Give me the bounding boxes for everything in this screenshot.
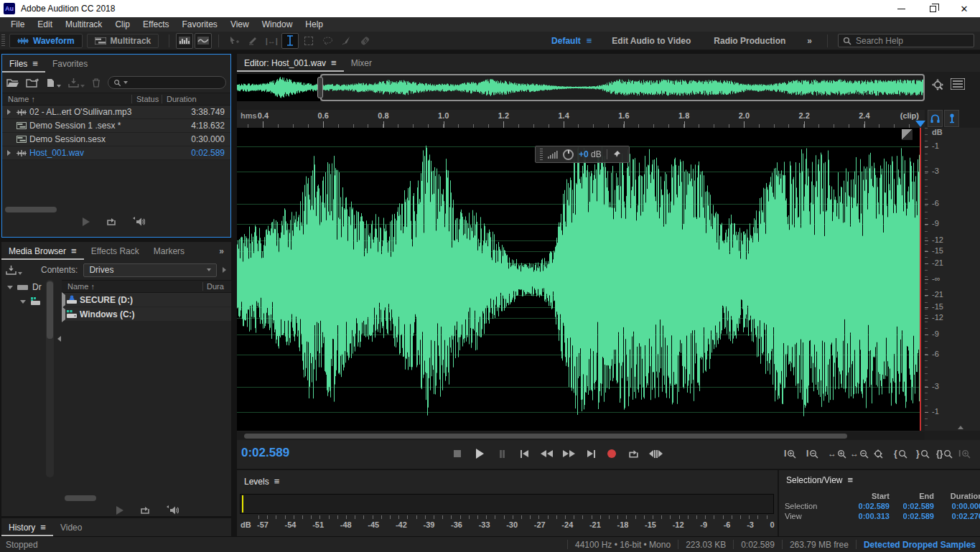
panel-menu-icon[interactable]: ≡ xyxy=(848,474,854,485)
move-tool-button[interactable] xyxy=(225,33,243,49)
selection-end-value[interactable]: 0:02.589 xyxy=(891,502,935,510)
file-row[interactable]: 02 - AL..ert O'Sullivan.mp33:38.749 xyxy=(2,106,230,119)
expand-chevron-icon[interactable] xyxy=(2,150,15,156)
files-horizontal-scrollbar[interactable] xyxy=(5,207,57,212)
tab-favorites[interactable]: Favorites xyxy=(45,59,95,72)
rewind-button[interactable] xyxy=(538,446,555,461)
volume-hud[interactable]: +0 dB xyxy=(535,146,630,163)
file-row[interactable]: Demo Session.sesx0:30.000 xyxy=(2,133,230,146)
zoom-out-horizontal-button[interactable]: ↔ xyxy=(850,446,869,462)
menu-effects[interactable]: Effects xyxy=(136,17,175,32)
workspace-edit-audio-to-video[interactable]: Edit Audio to Video xyxy=(602,36,701,46)
preview-play-icon[interactable] xyxy=(83,217,90,226)
tab-overflow-icon[interactable]: » xyxy=(212,246,231,260)
status-alert[interactable]: Detected Dropped Samples xyxy=(864,540,976,550)
razor-tool-button[interactable] xyxy=(244,33,261,49)
hud-drag-handle[interactable] xyxy=(540,149,543,160)
close-button[interactable]: ✕ xyxy=(948,0,980,17)
scroll-up-arrow-icon[interactable] xyxy=(958,426,963,429)
menu-view[interactable]: View xyxy=(224,17,256,32)
selection-start-value[interactable]: 0:02.589 xyxy=(836,502,891,510)
zoom-to-out-point-button[interactable]: } xyxy=(916,446,930,462)
waveform-display[interactable] xyxy=(237,128,921,431)
stop-button[interactable] xyxy=(449,446,466,461)
pin-marker-button[interactable] xyxy=(944,110,959,127)
panel-menu-icon[interactable]: ≡ xyxy=(331,57,337,68)
restore-button[interactable] xyxy=(917,0,948,17)
collapse-chevron-icon[interactable] xyxy=(20,300,26,304)
marquee-selection-tool-button[interactable] xyxy=(300,33,317,49)
contents-dropdown[interactable]: Drives xyxy=(83,263,217,277)
waveform-view-button[interactable]: Waveform xyxy=(9,34,83,48)
tab-history[interactable]: History≡ xyxy=(1,522,53,536)
overview-view-range-box[interactable] xyxy=(320,74,925,101)
overview-range-handle[interactable] xyxy=(317,77,323,98)
panel-menu-icon[interactable]: ≡ xyxy=(32,58,38,69)
panel-arrow-icon[interactable] xyxy=(223,267,226,273)
tab-levels[interactable]: Levels≡ xyxy=(237,476,286,490)
zoom-full-button[interactable]: I xyxy=(958,446,971,462)
column-name[interactable]: Name ↑ xyxy=(62,282,95,291)
tab-video[interactable]: Video xyxy=(53,523,89,536)
loop-playback-icon[interactable] xyxy=(106,217,117,227)
skip-to-start-button[interactable] xyxy=(515,446,533,461)
zoom-to-in-point-button[interactable]: { xyxy=(894,446,907,462)
column-status[interactable]: Status xyxy=(131,95,162,103)
file-row[interactable]: Demo Session 1 .sesx *4:18.632 xyxy=(2,119,230,133)
view-end-value[interactable]: 0:02.589 xyxy=(891,512,935,520)
menu-window[interactable]: Window xyxy=(256,17,299,32)
tab-editor-host-001-wav[interactable]: Editor: Host_001.wav≡ xyxy=(237,57,344,72)
time-display[interactable]: 0:02.589 xyxy=(241,446,289,460)
slip-tool-button[interactable]: |↔| xyxy=(263,33,280,49)
corner-grabber-icon[interactable] xyxy=(902,129,913,140)
import-button[interactable] xyxy=(6,266,22,275)
zoom-out-vertical-button[interactable]: I xyxy=(806,446,818,462)
tree-scrollbar-thumb[interactable] xyxy=(47,281,53,339)
zoom-reset-button[interactable] xyxy=(872,446,884,462)
loop-playback-icon[interactable] xyxy=(139,505,151,515)
paintbrush-tool-button[interactable] xyxy=(337,33,355,49)
multitrack-view-button[interactable]: Multitrack xyxy=(87,34,159,48)
menu-help[interactable]: Help xyxy=(299,17,330,32)
tab-files[interactable]: Files≡ xyxy=(2,58,45,72)
expand-chevron-icon[interactable] xyxy=(2,109,15,115)
toolbar-grip[interactable] xyxy=(1,34,5,47)
tab-effects-rack[interactable]: Effects Rack xyxy=(84,246,146,260)
gain-knob[interactable] xyxy=(563,149,574,160)
skip-selection-button[interactable] xyxy=(647,446,664,461)
panel-menu-icon[interactable]: ≡ xyxy=(40,522,46,533)
drive-row[interactable]: SECURE (D:) xyxy=(62,293,231,307)
panel-menu-icon[interactable]: ≡ xyxy=(71,245,77,256)
editor-horizontal-scrollbar[interactable] xyxy=(237,432,925,440)
tab-media-browser[interactable]: Media Browser≡ xyxy=(1,245,84,260)
tab-mixer[interactable]: Mixer xyxy=(344,58,379,72)
workspace-radio-production[interactable]: Radio Production xyxy=(704,36,795,46)
db-scale[interactable]: dB -1-3-6-9-12-15-21-∞-21-15-12-9-6-3-1 xyxy=(925,128,980,431)
lasso-selection-tool-button[interactable] xyxy=(319,33,336,49)
view-duration-value[interactable]: 0:02.276 xyxy=(935,512,980,520)
column-duration[interactable]: Dura xyxy=(202,282,231,291)
playhead-marker-icon[interactable] xyxy=(915,121,925,127)
timeline-ruler[interactable]: hms 0.40.60.81.01.21.41.61.82.02.22.4 (c… xyxy=(237,110,925,128)
import-file-icon[interactable] xyxy=(26,78,39,88)
monitor-headphones-button[interactable] xyxy=(928,110,943,127)
tab-markers[interactable]: Markers xyxy=(146,246,192,260)
record-button[interactable] xyxy=(603,446,620,461)
playhead-line[interactable] xyxy=(920,128,921,431)
spectral-pitch-display-button[interactable] xyxy=(195,33,212,49)
collapse-chevron-icon[interactable] xyxy=(7,286,13,289)
minimize-button[interactable] xyxy=(885,0,917,17)
waveform-overview[interactable] xyxy=(237,74,925,101)
spot-healing-brush-tool-button[interactable] xyxy=(356,33,373,49)
play-button[interactable] xyxy=(471,446,488,461)
collapse-pane-arrow-icon[interactable] xyxy=(57,336,61,342)
editor-menu-list-icon[interactable] xyxy=(951,78,965,90)
zoom-to-selection-button[interactable]: {} xyxy=(936,446,953,462)
skip-to-end-button[interactable] xyxy=(582,446,599,461)
spectral-frequency-display-button[interactable] xyxy=(176,33,193,49)
selection-duration-value[interactable]: 0:00.000 xyxy=(935,502,980,510)
file-row[interactable]: Host_001.wav0:02.589 xyxy=(2,146,230,160)
menu-clip[interactable]: Clip xyxy=(108,17,136,32)
files-search-field[interactable] xyxy=(108,76,226,89)
workspace-menu-icon[interactable]: ≡ xyxy=(587,35,599,46)
